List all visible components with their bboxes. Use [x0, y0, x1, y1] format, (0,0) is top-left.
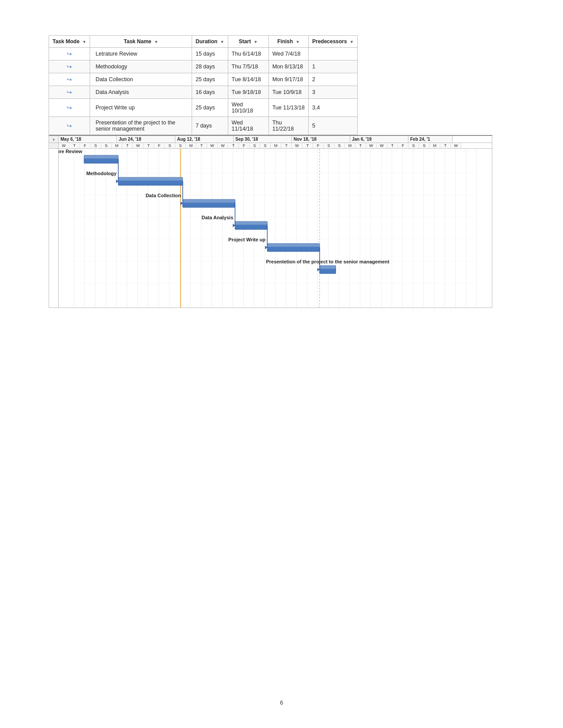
table-row: ↪Data Analysis16 daysTue 9/18/18Tue 10/9…: [49, 86, 358, 99]
duration-cell: 25 days: [192, 73, 228, 86]
taskname-filter-arrow[interactable]: ▼: [154, 40, 158, 44]
gantt-day-cell: T: [281, 143, 292, 148]
task-name-cell: Methodology: [90, 60, 192, 73]
gantt-day-cell: W: [59, 143, 69, 148]
finish-cell: Wed 7/4/18: [268, 48, 308, 60]
gantt-day-cell: W: [218, 143, 228, 148]
gantt-day-cell: S: [324, 143, 334, 148]
task-bar-highlight: [84, 155, 118, 158]
finish-cell: Mon 9/17/18: [268, 73, 308, 86]
task-bar-highlight: [118, 177, 183, 180]
page-number-value: 6: [280, 699, 283, 706]
col-header-start: Start ▼: [228, 36, 268, 48]
finish-header-label: Finish: [277, 38, 293, 45]
gantt-day-cell: W: [366, 143, 377, 148]
start-cell: Wed 10/10/18: [228, 99, 268, 117]
start-filter-arrow[interactable]: ▼: [254, 40, 258, 44]
gantt-day-cell: M: [186, 143, 196, 148]
gantt-svg: Letrature ReviewMethodologyData Collecti…: [59, 149, 492, 308]
task-bar-label: Project Write up: [228, 237, 265, 242]
start-cell: Wed 11/14/18: [228, 117, 268, 135]
gantt-day-cell: M: [430, 143, 440, 148]
duration-cell: 7 days: [192, 117, 228, 135]
duration-cell: 15 days: [192, 48, 228, 60]
task-mode-icon: ↪: [67, 104, 72, 111]
start-cell: Tue 8/14/18: [228, 73, 268, 86]
predecessors-cell: [308, 48, 357, 60]
gantt-day-cell: F: [313, 143, 324, 148]
task-name-cell: Letrature Review: [90, 48, 192, 60]
table-row: ↪Presentetion of the project to the seni…: [49, 117, 358, 135]
task-name-cell: Data Collection: [90, 73, 192, 86]
duration-filter-arrow[interactable]: ▼: [220, 40, 224, 44]
task-mode-cell: ↪: [49, 117, 90, 135]
gantt-day-cell: S: [175, 143, 186, 148]
gantt-months-row: ▲ May 6, '18Jun 24, '18Aug 12, '18Sep 30…: [49, 136, 492, 143]
task-name-cell: Data Analysis: [90, 86, 192, 99]
gantt-day-cell: T: [355, 143, 366, 148]
col-header-taskmode: Task Mode ▼: [49, 36, 90, 48]
days-cells: WTFSSMTWTFSSMTWWTFSSMTWTFSSMTWWTFSSMTW: [59, 143, 492, 148]
gantt-day-cell: T: [144, 143, 154, 148]
gantt-days-spacer: [49, 143, 59, 148]
gantt-day-cell: T: [122, 143, 133, 148]
gantt-section: ▲ May 6, '18Jun 24, '18Aug 12, '18Sep 30…: [49, 135, 492, 308]
connector-arrowhead: [181, 202, 183, 205]
taskmode-header-label: Task Mode: [53, 38, 79, 45]
gantt-day-cell: T: [440, 143, 451, 148]
table-row: ↪Project Write up25 daysWed 10/10/18Tue …: [49, 99, 358, 117]
gantt-day-cell: T: [228, 143, 239, 148]
gantt-day-cell: W: [292, 143, 302, 148]
gantt-day-cell: S: [419, 143, 430, 148]
task-bar-label: Presentetion of the project to the senio…: [266, 259, 389, 264]
predecessors-header-label: Predecessors: [312, 38, 347, 45]
start-header-label: Start: [239, 38, 251, 45]
gantt-day-cell: W: [207, 143, 218, 148]
gantt-month-cell: Nov 18, '18: [292, 136, 350, 143]
task-mode-cell: ↪: [49, 48, 90, 60]
predecessors-cell: 3: [308, 86, 357, 99]
gantt-day-cell: T: [302, 143, 313, 148]
predecessors-cell: 1: [308, 60, 357, 73]
gantt-month-cell: Feb 24, '1: [408, 136, 453, 143]
content-area: Task Mode ▼ Task Name ▼ Duration ▼ Start…: [49, 35, 512, 308]
gantt-days-row: WTFSSMTWTFSSMTWWTFSSMTWTFSSMTWWTFSSMTW: [49, 143, 492, 149]
task-mode-icon: ↪: [67, 89, 72, 96]
duration-cell: 16 days: [192, 86, 228, 99]
gantt-day-cell: S: [260, 143, 271, 148]
duration-cell: 25 days: [192, 99, 228, 117]
task-bar-highlight: [320, 266, 336, 269]
expand-arrow-icon: ▲: [52, 137, 56, 141]
duration-cell: 28 days: [192, 60, 228, 73]
col-header-taskname: Task Name ▼: [90, 36, 192, 48]
task-mode-cell: ↪: [49, 73, 90, 86]
start-cell: Thu 6/14/18: [228, 48, 268, 60]
finish-cell: Tue 11/13/18: [268, 99, 308, 117]
table-row: ↪Data Collection25 daysTue 8/14/18Mon 9/…: [49, 73, 358, 86]
gantt-month-cell: Jan 6, '19: [350, 136, 408, 143]
task-bar-highlight: [267, 244, 320, 247]
task-bar-label: Data Analysis: [202, 215, 234, 220]
predecessors-filter-arrow[interactable]: ▼: [350, 40, 354, 44]
gantt-day-cell: F: [239, 143, 249, 148]
gantt-day-cell: M: [112, 143, 122, 148]
task-mode-icon: ↪: [67, 50, 72, 57]
col-header-predecessors: Predecessors ▼: [308, 36, 357, 48]
gantt-expand-icon[interactable]: ▲: [49, 136, 59, 143]
task-bar-highlight: [183, 199, 235, 203]
gantt-day-cell: W: [133, 143, 144, 148]
gantt-day-cell: F: [80, 143, 91, 148]
months-cells: May 6, '18Jun 24, '18Aug 12, '18Sep 30, …: [59, 136, 492, 143]
gantt-month-cell: Aug 12, '18: [175, 136, 234, 143]
predecessors-cell: 5: [308, 117, 357, 135]
task-bar-label: Data Collection: [146, 193, 181, 198]
page-number: 6: [280, 699, 283, 706]
gantt-day-cell: S: [101, 143, 112, 148]
task-bar-highlight: [235, 221, 267, 225]
gantt-day-cell: S: [334, 143, 345, 148]
finish-filter-arrow[interactable]: ▼: [296, 40, 300, 44]
task-bar-label: Letrature Review: [59, 149, 83, 154]
duration-header-label: Duration: [196, 38, 217, 45]
taskmode-filter-arrow[interactable]: ▼: [82, 40, 86, 44]
finish-cell: Thu 11/22/18: [268, 117, 308, 135]
